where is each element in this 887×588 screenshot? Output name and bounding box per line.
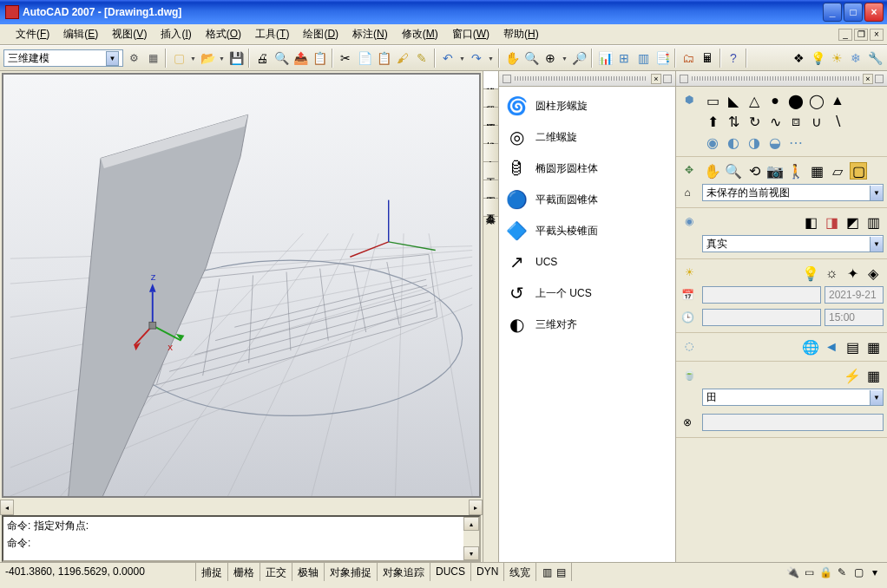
comm-icon[interactable]: 🔌 (785, 565, 799, 579)
date-field[interactable]: 2021-9-21 (825, 286, 884, 304)
sun-main-icon[interactable]: ☀ (681, 265, 697, 280)
new-icon[interactable]: ▢ (170, 49, 187, 67)
palette-tool-3[interactable]: 🔵平截面圆锥体 (499, 184, 675, 215)
slice-icon[interactable]: ◐ (725, 134, 742, 151)
palette-tab-6[interactable]: 图案填充 (483, 180, 498, 199)
time-slider-track[interactable] (702, 309, 821, 326)
menu-d[interactable]: 绘图(D) (296, 24, 345, 44)
doc-restore-button[interactable]: ❐ (854, 29, 868, 41)
maximize-button[interactable]: □ (844, 3, 863, 22)
orbit-icon[interactable]: ⟲ (746, 162, 763, 180)
design-center-icon[interactable]: ⊞ (615, 49, 633, 67)
status-toggle-3[interactable]: 极轴 (292, 563, 325, 581)
menu-w[interactable]: 窗口(W) (445, 24, 496, 44)
zoom-window-icon[interactable]: ⊕ (542, 49, 559, 67)
cylinder-icon[interactable]: ⬤ (787, 92, 805, 109)
preview-icon[interactable]: 🔍 (273, 49, 290, 67)
open-icon[interactable]: 📂 (199, 49, 216, 67)
cmd-v-scrollbar[interactable]: ▴ ▾ (463, 517, 479, 560)
render-a-icon[interactable]: ⚡ (844, 367, 861, 384)
menu-h[interactable]: 帮助(H) (496, 24, 546, 44)
subtract-icon[interactable]: ∖ (829, 113, 846, 130)
scroll-left-icon[interactable]: ◂ (0, 500, 14, 515)
viewport-h-scrollbar[interactable]: ◂ ▸ (0, 500, 483, 515)
palette-tool-0[interactable]: 🌀圆柱形螺旋 (499, 90, 675, 121)
status-toggle-5[interactable]: 对象追踪 (378, 563, 430, 581)
scroll-down-icon[interactable]: ▾ (463, 546, 479, 560)
dashboard-titlebar[interactable]: × (676, 71, 887, 87)
menu-o[interactable]: 格式(O) (199, 24, 248, 44)
undo-icon[interactable]: ↶ (439, 49, 457, 67)
box-icon[interactable]: ▭ (704, 92, 721, 109)
swivel-icon[interactable]: 📷 (766, 162, 784, 180)
mat-b-icon[interactable]: ◄ (823, 338, 840, 356)
blockedit-icon[interactable]: ✎ (413, 49, 430, 67)
command-window[interactable]: 命令: 指定对角点: 命令: ▴ ▾ (2, 515, 481, 562)
date-slider-track[interactable] (702, 286, 821, 304)
loft-icon[interactable]: ⧈ (787, 113, 805, 130)
light-b-icon[interactable]: ☼ (823, 265, 840, 282)
status-toggle-6[interactable]: DUCS (430, 563, 471, 581)
time-field[interactable]: 15:00 (825, 309, 884, 326)
vs-main-icon[interactable]: ◉ (681, 213, 697, 229)
thicken-icon[interactable]: ◒ (766, 134, 784, 151)
nav-main-icon[interactable]: ✥ (681, 162, 697, 178)
camera-icon[interactable]: ▢ (850, 162, 867, 180)
properties-icon[interactable]: 📊 (596, 49, 614, 67)
revolve-icon[interactable]: ↻ (746, 113, 763, 130)
vs-ed-icon[interactable]: ◨ (823, 213, 840, 231)
render-preset-combo[interactable]: 田 ▼ (702, 389, 884, 406)
more-icon[interactable]: ⋯ (787, 134, 805, 151)
hud-icon[interactable]: ▦ (808, 162, 825, 180)
palette-menu-icon[interactable] (503, 75, 511, 83)
mat-main-icon[interactable]: ◌ (681, 338, 697, 354)
menu-m[interactable]: 修改(M) (395, 24, 445, 44)
cone-icon[interactable]: △ (746, 92, 763, 109)
scroll-right-icon[interactable]: ▸ (469, 500, 483, 515)
settings-icon[interactable] (125, 49, 142, 67)
zoom-realtime-icon[interactable]: 🔍 (522, 49, 540, 67)
persp-icon[interactable]: ▱ (829, 162, 846, 180)
sweep-icon[interactable]: ∿ (766, 113, 784, 130)
presspull-icon[interactable]: ⇅ (725, 113, 742, 130)
publish-icon[interactable]: 📤 (292, 49, 309, 67)
palette-tab-5[interactable]: 土木工 (483, 162, 498, 180)
palette-tool-6[interactable]: ↺上一个 UCS (499, 278, 675, 309)
workspace-combo[interactable]: 三维建模 ▼ (3, 49, 123, 67)
markup-icon[interactable]: 🗂 (680, 49, 697, 67)
palette-tab-7[interactable]: 命令工具 (483, 199, 498, 217)
intersect-icon[interactable]: ◉ (704, 134, 721, 151)
dashboard-menu-icon[interactable] (680, 75, 688, 83)
vs-mgr-icon[interactable]: ◧ (802, 213, 819, 231)
menu-v[interactable]: 视图(V) (105, 24, 154, 44)
vs-ex-icon[interactable]: ◩ (844, 213, 861, 231)
model-viewport[interactable]: z x (2, 73, 481, 498)
palette-tab-2[interactable]: 设置 (483, 108, 498, 126)
status-toggle-8[interactable]: 线宽 (504, 563, 536, 581)
palette-tab-1[interactable]: 注释 (483, 89, 498, 108)
minimize-button[interactable]: _ (823, 3, 842, 22)
light-a-icon[interactable]: 💡 (802, 265, 819, 282)
status-toggle-4[interactable]: 对象捕捉 (325, 563, 378, 581)
annotate-icon[interactable]: ✎ (835, 565, 849, 579)
menu-t[interactable]: 工具(T) (248, 24, 296, 44)
pan-icon[interactable]: ✋ (503, 49, 521, 67)
target-icon[interactable]: ⊗ (680, 415, 695, 430)
freeze-icon[interactable]: ❄ (847, 49, 864, 67)
save-icon[interactable]: 💾 (227, 49, 245, 67)
sphere-icon[interactable]: ● (766, 92, 784, 109)
layer-manager-icon[interactable]: ❖ (790, 49, 807, 67)
menu-down-icon[interactable]: ▾ (868, 565, 882, 579)
chevron-down-icon[interactable]: ▼ (870, 186, 883, 200)
dashboard-close-icon[interactable]: × (863, 74, 873, 84)
clean-icon[interactable]: ▢ (851, 565, 865, 579)
plot-icon[interactable]: 📋 (311, 49, 328, 67)
home-icon[interactable]: ⌂ (680, 185, 695, 200)
render-main-icon[interactable]: 🍵 (681, 367, 697, 382)
mat-a-icon[interactable]: 🌐 (802, 338, 819, 356)
render-b-icon[interactable]: ▦ (864, 367, 882, 384)
lock-icon[interactable]: 🔒 (818, 565, 832, 579)
zoom-prev-icon[interactable]: 🔎 (570, 49, 588, 67)
section-main-icon[interactable]: ⬢ (681, 92, 697, 108)
chevron-down-icon[interactable]: ▼ (870, 390, 883, 405)
